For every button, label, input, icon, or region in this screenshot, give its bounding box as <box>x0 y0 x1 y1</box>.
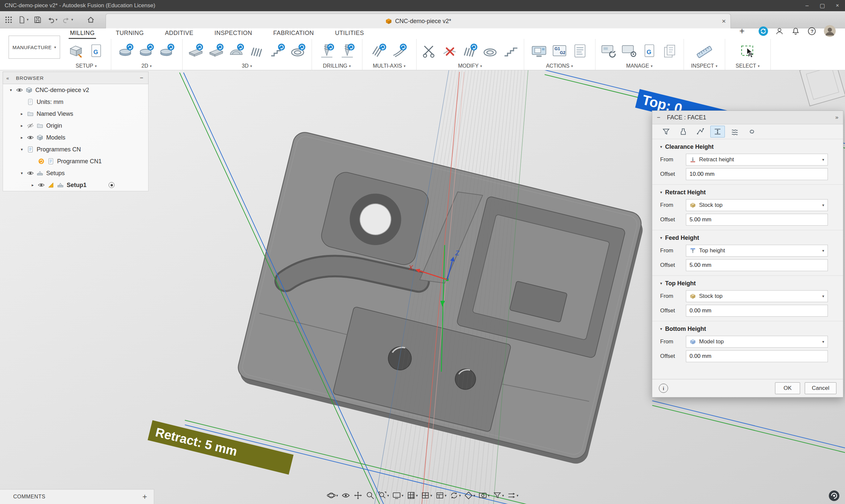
retract-height-offset-input[interactable] <box>686 214 828 226</box>
bottom-height-header[interactable]: ▾Bottom Height <box>660 325 835 333</box>
feed-height-header[interactable]: ▾Feed Height <box>660 234 835 242</box>
templates-icon[interactable] <box>662 42 679 60</box>
viewports-icon[interactable]: ▾ <box>420 490 434 501</box>
orbit-icon[interactable]: ▾ <box>326 490 339 501</box>
3d-pocket-icon[interactable] <box>208 42 225 60</box>
toolpath-reorder-icon[interactable] <box>503 42 520 60</box>
group-dropdown-2d[interactable]: 2D▾ <box>142 62 152 70</box>
3d-contour-icon[interactable] <box>269 42 286 60</box>
top-height-from-dropdown[interactable]: Stock top▾ <box>686 290 828 302</box>
dialog-header[interactable]: − FACE : FACE1 » <box>652 111 843 124</box>
3d-adaptive-icon[interactable] <box>187 42 204 60</box>
tree-row-setup1[interactable]: ▸Setup1 <box>3 179 148 191</box>
tree-row-named-views[interactable]: ▸Named Views <box>3 108 148 120</box>
setup-icon[interactable] <box>67 42 85 60</box>
refresh-icon[interactable]: ▾ <box>448 490 462 501</box>
tree-row-models[interactable]: ▸Models <box>3 132 148 143</box>
section-collapse-icon[interactable]: ▾ <box>660 326 662 331</box>
chevron-down-icon[interactable]: ▾ <box>8 88 14 92</box>
multi-axis-contour-icon[interactable] <box>391 42 408 60</box>
drill-icon[interactable] <box>318 42 335 60</box>
tree-row-units-mm[interactable]: Units: mm <box>3 96 148 108</box>
pipeline-icon[interactable]: ▾ <box>506 490 520 501</box>
2d-adaptive-icon[interactable] <box>118 42 135 60</box>
group-dropdown-select[interactable]: SELECT▾ <box>736 62 760 70</box>
active-setup-radio[interactable] <box>109 182 115 188</box>
clearance-height-header[interactable]: ▾Clearance Height <box>660 143 835 151</box>
user-avatar[interactable] <box>824 25 836 37</box>
ok-button[interactable]: OK <box>775 382 800 394</box>
redo-icon[interactable]: ▾ <box>60 14 75 25</box>
group-dropdown-multi-axis[interactable]: MULTI-AXIS▾ <box>373 62 405 70</box>
chevron-down-icon[interactable]: ▾ <box>19 171 24 176</box>
pan-icon[interactable] <box>352 490 364 501</box>
section-collapse-icon[interactable]: ▾ <box>660 190 662 195</box>
add-comment-icon[interactable]: + <box>142 492 147 501</box>
collaborate-icon[interactable] <box>774 26 785 36</box>
toolpath-pattern-icon[interactable] <box>461 42 479 60</box>
trim-toolpath-icon[interactable] <box>421 42 438 60</box>
close-button[interactable]: × <box>830 0 845 11</box>
info-icon[interactable]: i <box>659 384 668 393</box>
heights-tab-icon[interactable] <box>710 126 725 138</box>
bottom-height-offset-input[interactable] <box>686 350 828 362</box>
tree-row-programme-cn1[interactable]: Programme CN1 <box>3 155 148 167</box>
filter-tab-icon[interactable] <box>659 126 673 138</box>
linking-tab-icon[interactable] <box>745 126 759 138</box>
bore-icon[interactable] <box>339 42 356 60</box>
capture-icon[interactable]: ▾ <box>477 490 491 501</box>
3d-flow-icon[interactable] <box>289 42 307 60</box>
group-dropdown-manage[interactable]: MANAGE▾ <box>626 62 653 70</box>
post-library-icon[interactable]: G <box>641 42 658 60</box>
maximize-button[interactable]: ▢ <box>815 0 830 11</box>
apps-icon[interactable] <box>2 14 15 25</box>
group-dropdown-3d[interactable]: 3D▾ <box>242 62 252 70</box>
tree-row-origin[interactable]: ▸Origin <box>3 120 148 132</box>
cancel-button[interactable]: Cancel <box>805 382 837 394</box>
chevron-right-icon[interactable]: ▸ <box>19 123 24 128</box>
machine-library-icon[interactable] <box>620 42 638 60</box>
group-dropdown-inspect[interactable]: INSPECT▾ <box>691 62 718 70</box>
cam-document-icon[interactable]: G <box>88 42 105 60</box>
collapse-panel-icon[interactable]: « <box>6 75 9 81</box>
chevron-down-icon[interactable]: ▾ <box>19 147 24 152</box>
effects-icon[interactable]: ▾ <box>463 490 476 501</box>
group-dropdown-setup[interactable]: SETUP▾ <box>75 62 97 70</box>
tool-library-icon[interactable] <box>600 42 617 60</box>
retract-height-from-dropdown[interactable]: Stock top▾ <box>686 199 828 211</box>
group-dropdown-actions[interactable]: ACTIONS▾ <box>546 62 573 70</box>
job-status-icon[interactable] <box>758 26 769 36</box>
tree-row-programmes-cn[interactable]: ▾Programmes CN <box>3 143 148 155</box>
ribbon-tab-additive[interactable]: ADDITIVE <box>164 28 195 39</box>
notifications-icon[interactable] <box>790 26 801 36</box>
toolpath-divide-icon[interactable] <box>482 42 499 60</box>
look-at-icon[interactable] <box>340 490 351 501</box>
feed-height-from-dropdown[interactable]: Top height▾ <box>686 245 828 257</box>
home-icon[interactable] <box>84 14 98 25</box>
clearance-height-offset-input[interactable] <box>686 168 828 180</box>
chevron-right-icon[interactable]: ▸ <box>19 111 24 116</box>
ribbon-tab-inspection[interactable]: INSPECTION <box>213 28 253 39</box>
section-collapse-icon[interactable]: ▾ <box>660 235 662 240</box>
passes-tab-icon[interactable] <box>727 126 742 138</box>
grid-and-snaps-icon[interactable]: ▾ <box>405 490 419 501</box>
display-settings-icon[interactable]: ▾ <box>391 490 405 501</box>
eye-off-icon[interactable] <box>27 122 34 129</box>
eye-icon[interactable] <box>16 86 23 94</box>
visibility-filter-icon[interactable]: ▾ <box>492 490 505 501</box>
top-height-header[interactable]: ▾Top Height <box>660 279 835 288</box>
group-dropdown-drilling[interactable]: DRILLING▾ <box>323 62 351 70</box>
undo-icon[interactable]: ▾ <box>44 14 60 25</box>
measure-icon[interactable] <box>696 42 713 60</box>
eye-icon[interactable] <box>27 169 34 177</box>
setup-sheet-icon[interactable] <box>571 42 588 60</box>
2d-pocket-icon[interactable] <box>138 42 155 60</box>
dialog-expand-icon[interactable]: » <box>835 114 839 121</box>
zoom-icon[interactable] <box>365 490 376 501</box>
3d-parallel-icon[interactable] <box>249 42 266 60</box>
bottom-height-from-dropdown[interactable]: Model top▾ <box>686 336 828 348</box>
top-height-offset-input[interactable] <box>686 305 828 317</box>
section-collapse-icon[interactable]: ▾ <box>660 144 662 149</box>
retract-height-header[interactable]: ▾Retract Height <box>660 188 835 197</box>
eye-icon[interactable] <box>38 181 45 189</box>
